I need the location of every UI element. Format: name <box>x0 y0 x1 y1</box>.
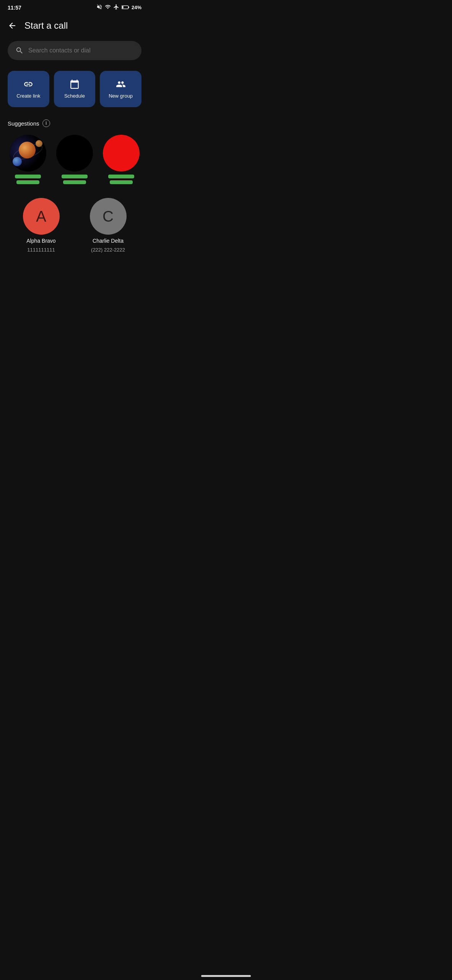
svg-rect-1 <box>128 6 129 8</box>
calendar-icon <box>70 79 80 89</box>
avatar-red <box>103 135 140 172</box>
new-group-label: New group <box>109 93 133 99</box>
create-link-label: Create link <box>16 93 40 99</box>
contact-name-1: Alpha Bravo <box>26 238 55 244</box>
search-icon <box>15 46 24 55</box>
avatar-space <box>10 135 46 172</box>
contact-number-2: (222) 222-2222 <box>91 247 125 253</box>
suggestion-name-bar-2 <box>16 180 39 184</box>
suggestion-name-bar-6 <box>110 180 132 184</box>
suggestion-name-bar-1 <box>15 175 41 178</box>
battery-percent: 24% <box>132 5 141 10</box>
info-icon[interactable]: i <box>42 119 50 127</box>
suggestion-item-space[interactable] <box>8 135 48 184</box>
suggestion-item-black[interactable] <box>54 135 95 184</box>
status-icons: 24% <box>96 4 141 11</box>
new-group-button[interactable]: New group <box>100 71 141 107</box>
suggestion-avatars <box>0 135 149 192</box>
suggestions-header: Suggestions i <box>0 119 149 135</box>
svg-rect-2 <box>122 6 123 8</box>
avatar-charlie-delta: C <box>90 198 127 235</box>
create-link-button[interactable]: Create link <box>8 71 49 107</box>
suggestions-title: Suggestions <box>8 120 39 127</box>
link-icon <box>23 79 33 89</box>
mute-icon <box>96 4 102 11</box>
page-header: Start a call <box>0 13 149 41</box>
search-container <box>0 41 149 71</box>
contact-item-charlie-delta[interactable]: C Charlie Delta (222) 222-2222 <box>75 198 141 253</box>
airplane-icon <box>113 4 119 11</box>
avatar-alpha-bravo: A <box>23 198 60 235</box>
contact-item-alpha-bravo[interactable]: A Alpha Bravo 1111111111 <box>8 198 75 253</box>
search-input[interactable] <box>28 47 134 54</box>
status-time: 11:57 <box>8 5 21 11</box>
contact-number-1: 1111111111 <box>27 247 55 253</box>
schedule-button[interactable]: Schedule <box>54 71 96 107</box>
battery-icon <box>122 5 129 11</box>
suggestion-name-bar-5 <box>108 175 134 178</box>
back-button[interactable] <box>6 20 18 32</box>
group-icon <box>116 79 126 89</box>
suggestion-item-red[interactable] <box>101 135 141 184</box>
status-bar: 11:57 24% <box>0 0 149 13</box>
avatar-black <box>56 135 93 172</box>
contact-name-2: Charlie Delta <box>93 238 124 244</box>
page-title: Start a call <box>24 20 68 31</box>
schedule-label: Schedule <box>64 93 85 99</box>
wifi-icon <box>105 4 111 11</box>
contacts-row: A Alpha Bravo 1111111111 C Charlie Delta… <box>0 192 149 253</box>
action-buttons: Create link Schedule New group <box>0 71 149 119</box>
suggestion-name-bar-4 <box>63 180 86 184</box>
suggestion-name-bar-3 <box>62 175 88 178</box>
search-bar[interactable] <box>8 41 141 60</box>
